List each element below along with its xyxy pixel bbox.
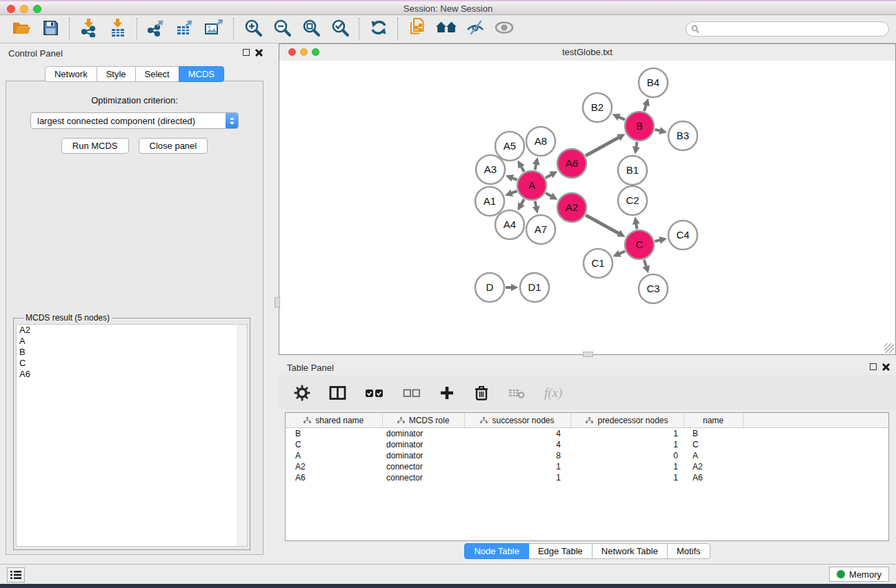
graph-node-C1[interactable]: C1 [584, 249, 613, 278]
mcds-tab-content: Optimization criterion: largest connecte… [6, 81, 263, 555]
float-table-panel-icon[interactable] [870, 363, 877, 370]
graph-node-A8[interactable]: A8 [526, 127, 555, 156]
zoom-in-button[interactable] [239, 17, 268, 41]
column-header-predecessor-nodes[interactable]: predecessor nodes [570, 413, 684, 428]
horizontal-splitter-handle[interactable] [275, 297, 280, 307]
graph-node-C4[interactable]: C4 [668, 221, 697, 250]
graph-edge-A-A3[interactable] [512, 178, 517, 180]
clone-network-button[interactable] [403, 17, 432, 41]
task-history-button[interactable] [7, 567, 25, 582]
tab-style[interactable]: Style [97, 66, 136, 82]
graph-edge-A2-C[interactable] [586, 215, 619, 234]
run-mcds-button[interactable]: Run MCDS [61, 138, 129, 154]
select-all-button[interactable] [365, 387, 384, 398]
graph-edge-A-A2[interactable] [546, 193, 552, 196]
graph-edge-A-A6[interactable] [546, 174, 552, 178]
graph-node-A1[interactable]: A1 [475, 187, 504, 216]
zoom-fit-button[interactable] [297, 17, 326, 41]
result-scrollbar[interactable] [237, 325, 247, 546]
graph-edge-A-A4[interactable] [521, 199, 524, 205]
delete-table-button[interactable] [508, 386, 526, 400]
export-image-button[interactable] [200, 17, 229, 41]
graph-edge-C-C2[interactable] [636, 223, 637, 230]
graph-edge-A6-B[interactable] [586, 137, 619, 156]
function-builder-button[interactable]: f(x) [544, 385, 562, 401]
table-cell: 1 [570, 472, 684, 483]
export-network-button[interactable] [142, 17, 171, 41]
graph-node-A7[interactable]: A7 [526, 215, 555, 244]
table-row[interactable]: Bdominator41B [286, 428, 888, 440]
graph-edge-C-C1[interactable] [619, 251, 625, 254]
table-row[interactable]: Cdominator41C [286, 439, 888, 450]
import-table-button[interactable] [103, 17, 132, 41]
import-network-button[interactable] [74, 17, 103, 41]
tab-mcds[interactable]: MCDS [179, 66, 224, 82]
graph-node-C2[interactable]: C2 [618, 186, 647, 215]
vertical-splitter-handle[interactable] [583, 352, 593, 357]
table-cell: A2 [286, 461, 382, 472]
graph-node-D1[interactable]: D1 [520, 273, 549, 302]
memory-button[interactable]: Memory [829, 567, 889, 582]
tab-node-table[interactable]: Node Table [464, 543, 529, 559]
graph-node-A5[interactable]: A5 [495, 132, 524, 161]
graph-edge-B-B1[interactable] [636, 142, 637, 148]
float-panel-icon[interactable] [243, 49, 250, 56]
tab-motifs[interactable]: Motifs [667, 543, 710, 559]
table-row[interactable]: A2connector11A2 [286, 461, 888, 472]
graph-node-C[interactable]: C [625, 230, 654, 259]
graph-node-B4[interactable]: B4 [639, 68, 668, 97]
show-hide-graphics-button[interactable] [461, 17, 490, 41]
close-table-panel-icon[interactable] [882, 363, 890, 371]
graph-node-A6[interactable]: A6 [557, 149, 586, 178]
column-header-mcds-role[interactable]: MCDS role [382, 413, 464, 428]
graph-edge-A-A1[interactable] [511, 191, 517, 193]
home-button[interactable] [432, 17, 461, 41]
graph-node-A4[interactable]: A4 [495, 210, 524, 239]
create-column-button[interactable] [439, 385, 455, 401]
column-header-shared-name[interactable]: shared name [286, 413, 382, 428]
preview-button[interactable] [490, 17, 519, 41]
zoom-selected-button[interactable] [326, 17, 355, 41]
optimization-criterion-dropdown[interactable]: largest connected component (directed) [30, 112, 239, 129]
graph-node-A2[interactable]: A2 [557, 193, 586, 222]
graph-node-B1[interactable]: B1 [618, 156, 647, 185]
tab-network[interactable]: Network [45, 66, 97, 82]
search-input[interactable] [703, 23, 883, 37]
graph-node-B[interactable]: B [625, 112, 654, 141]
close-panel-icon[interactable] [255, 48, 263, 57]
close-panel-button[interactable]: Close panel [139, 138, 208, 154]
tab-edge-table[interactable]: Edge Table [528, 543, 593, 559]
column-header-successor-nodes[interactable]: successor nodes [464, 413, 570, 428]
graph-node-B2[interactable]: B2 [583, 93, 612, 122]
table-row[interactable]: Adominator80A [286, 450, 888, 461]
refresh-button[interactable] [364, 17, 393, 41]
save-session-button[interactable] [36, 17, 65, 41]
window-resize-grip[interactable] [884, 343, 894, 353]
table-row[interactable]: A6connector11A6 [286, 472, 888, 483]
graph-edge-B-B2[interactable] [618, 116, 625, 119]
graph-edge-C-C3[interactable] [644, 260, 646, 267]
column-header-name[interactable]: name [684, 413, 743, 428]
graph-node-A3[interactable]: A3 [476, 155, 505, 184]
graph-node-A[interactable]: A [517, 171, 546, 200]
zoom-out-button[interactable] [268, 17, 297, 41]
graph-edge-B-B3[interactable] [655, 130, 660, 131]
graph-node-C3[interactable]: C3 [639, 274, 668, 303]
tab-select[interactable]: Select [135, 66, 179, 82]
deselect-all-button[interactable] [403, 387, 421, 398]
table-settings-button[interactable] [294, 385, 310, 401]
graph-node-D[interactable]: D [475, 273, 504, 302]
graph-edge-C-C4[interactable] [655, 240, 660, 241]
graph-edge-B-B4[interactable] [644, 104, 646, 111]
export-table-button[interactable] [171, 17, 200, 41]
show-column-button[interactable] [329, 385, 346, 401]
graph-edge-A-A5[interactable] [521, 166, 524, 172]
open-session-button[interactable] [7, 17, 36, 41]
graph-node-B3[interactable]: B3 [668, 121, 697, 150]
graph-edge-A-A7[interactable] [535, 201, 537, 207]
tab-network-table[interactable]: Network Table [592, 543, 668, 559]
mcds-result-list[interactable]: A2ABCA6 [16, 324, 248, 547]
network-canvas[interactable]: B4B2BB3A8A5A6B1A3AC2A1A2A4A7C4CC1C3DD1 [279, 61, 895, 354]
graph-edge-A-A8[interactable] [535, 163, 537, 170]
delete-column-button[interactable] [473, 385, 490, 401]
